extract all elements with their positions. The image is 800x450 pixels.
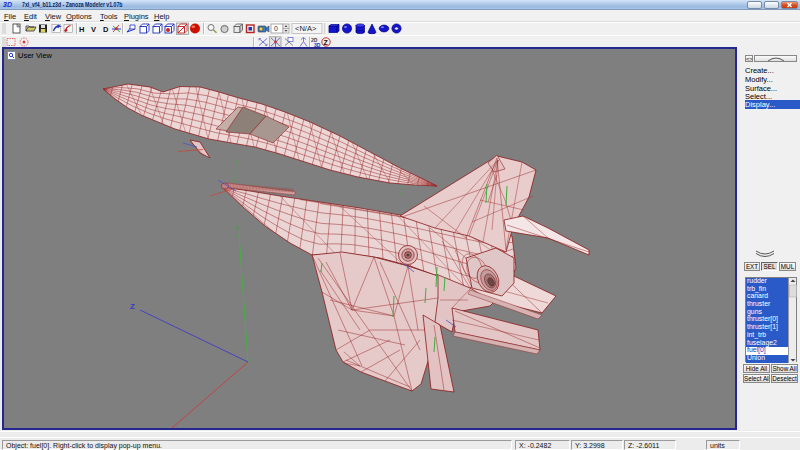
svg-text:H: H — [79, 25, 84, 34]
svg-text:0: 0 — [274, 25, 278, 32]
svg-text:V: V — [91, 25, 96, 34]
svg-text:Z: Z — [323, 39, 328, 46]
svg-text:<N/A>: <N/A> — [295, 24, 317, 33]
svg-text:Z: Z — [130, 302, 135, 311]
svg-text:D: D — [103, 25, 109, 34]
svg-text:Y: Y — [234, 224, 240, 233]
